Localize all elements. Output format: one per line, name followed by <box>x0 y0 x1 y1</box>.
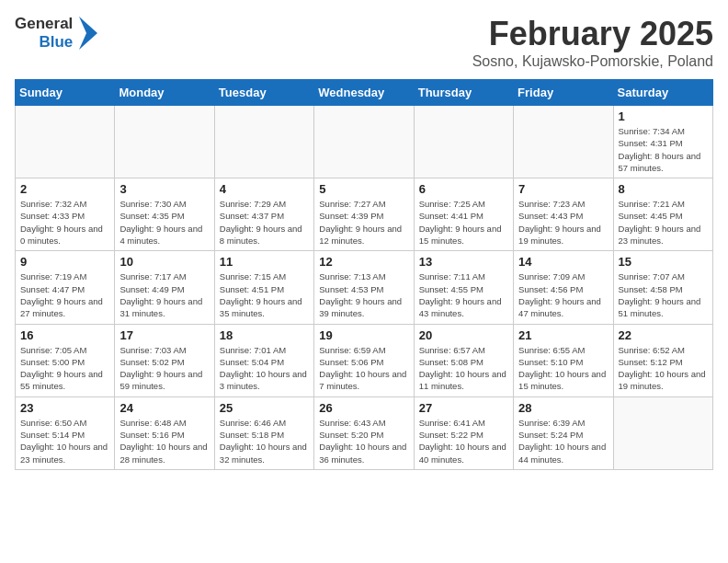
day-number: 6 <box>419 182 508 196</box>
day-info: Sunrise: 6:55 AM Sunset: 5:10 PM Dayligh… <box>518 344 608 393</box>
day-number: 16 <box>20 328 109 342</box>
day-number: 22 <box>619 328 708 342</box>
calendar-cell: 11Sunrise: 7:15 AM Sunset: 4:51 PM Dayli… <box>214 251 313 324</box>
day-info: Sunrise: 6:39 AM Sunset: 5:24 PM Dayligh… <box>518 417 608 465</box>
calendar-cell <box>214 106 313 178</box>
day-number: 3 <box>119 182 209 196</box>
day-number: 12 <box>319 255 408 269</box>
month-title: February 2025 <box>472 15 713 53</box>
day-number: 21 <box>518 328 608 342</box>
day-number: 8 <box>619 182 708 196</box>
header: General Blue February 2025 Sosno, Kujaws… <box>15 15 713 70</box>
day-number: 24 <box>119 401 209 415</box>
day-info: Sunrise: 7:05 AM Sunset: 5:00 PM Dayligh… <box>20 344 109 393</box>
day-info: Sunrise: 6:59 AM Sunset: 5:06 PM Dayligh… <box>319 344 408 393</box>
day-number: 28 <box>518 401 608 415</box>
day-info: Sunrise: 7:17 AM Sunset: 4:49 PM Dayligh… <box>119 270 209 319</box>
calendar-cell: 22Sunrise: 6:52 AM Sunset: 5:12 PM Dayli… <box>613 324 712 396</box>
day-number: 26 <box>319 401 408 415</box>
weekday-header-sunday: Sunday <box>16 80 115 106</box>
calendar-cell <box>115 106 214 178</box>
day-number: 14 <box>518 255 608 269</box>
calendar-cell: 8Sunrise: 7:21 AM Sunset: 4:45 PM Daylig… <box>613 178 712 251</box>
logo-brand: General Blue <box>15 15 97 51</box>
day-info: Sunrise: 7:25 AM Sunset: 4:41 PM Dayligh… <box>419 198 508 247</box>
calendar-cell: 19Sunrise: 6:59 AM Sunset: 5:06 PM Dayli… <box>314 324 414 396</box>
calendar-cell: 17Sunrise: 7:03 AM Sunset: 5:02 PM Dayli… <box>115 324 214 396</box>
day-number: 10 <box>119 255 209 269</box>
weekday-header-wednesday: Wednesday <box>314 80 414 106</box>
day-number: 20 <box>419 328 508 342</box>
weekday-header-saturday: Saturday <box>613 80 712 106</box>
logo-general: General <box>15 15 73 33</box>
day-number: 1 <box>619 109 708 123</box>
day-number: 27 <box>419 401 508 415</box>
day-number: 19 <box>319 328 408 342</box>
calendar-cell: 9Sunrise: 7:19 AM Sunset: 4:47 PM Daylig… <box>16 251 115 324</box>
day-info: Sunrise: 7:01 AM Sunset: 5:04 PM Dayligh… <box>220 344 309 393</box>
calendar-cell: 16Sunrise: 7:05 AM Sunset: 5:00 PM Dayli… <box>16 324 115 396</box>
weekday-header-friday: Friday <box>514 80 613 106</box>
day-info: Sunrise: 7:32 AM Sunset: 4:33 PM Dayligh… <box>20 198 109 247</box>
day-info: Sunrise: 7:19 AM Sunset: 4:47 PM Dayligh… <box>20 270 109 319</box>
day-number: 17 <box>119 328 209 342</box>
day-info: Sunrise: 6:57 AM Sunset: 5:08 PM Dayligh… <box>419 344 508 393</box>
calendar-cell: 3Sunrise: 7:30 AM Sunset: 4:35 PM Daylig… <box>115 178 214 251</box>
calendar-cell: 12Sunrise: 7:13 AM Sunset: 4:53 PM Dayli… <box>314 251 414 324</box>
location-title: Sosno, Kujawsko-Pomorskie, Poland <box>472 53 713 70</box>
day-info: Sunrise: 7:15 AM Sunset: 4:51 PM Dayligh… <box>220 270 309 319</box>
day-number: 25 <box>220 401 309 415</box>
day-number: 18 <box>220 328 309 342</box>
day-number: 23 <box>20 401 109 415</box>
calendar-header-row: SundayMondayTuesdayWednesdayThursdayFrid… <box>16 80 713 106</box>
day-info: Sunrise: 6:48 AM Sunset: 5:16 PM Dayligh… <box>119 417 209 465</box>
calendar-cell: 18Sunrise: 7:01 AM Sunset: 5:04 PM Dayli… <box>214 324 313 396</box>
day-info: Sunrise: 7:07 AM Sunset: 4:58 PM Dayligh… <box>619 270 708 319</box>
calendar-week-row: 2Sunrise: 7:32 AM Sunset: 4:33 PM Daylig… <box>16 178 713 251</box>
calendar-cell: 2Sunrise: 7:32 AM Sunset: 4:33 PM Daylig… <box>16 178 115 251</box>
day-info: Sunrise: 6:50 AM Sunset: 5:14 PM Dayligh… <box>20 417 109 465</box>
calendar-week-row: 1Sunrise: 7:34 AM Sunset: 4:31 PM Daylig… <box>16 106 713 178</box>
day-info: Sunrise: 7:13 AM Sunset: 4:53 PM Dayligh… <box>319 270 408 319</box>
calendar-cell: 21Sunrise: 6:55 AM Sunset: 5:10 PM Dayli… <box>514 324 613 396</box>
day-info: Sunrise: 7:34 AM Sunset: 4:31 PM Dayligh… <box>619 125 708 174</box>
logo: General Blue <box>15 15 103 51</box>
calendar-cell: 26Sunrise: 6:43 AM Sunset: 5:20 PM Dayli… <box>314 396 414 469</box>
calendar-cell: 7Sunrise: 7:23 AM Sunset: 4:43 PM Daylig… <box>514 178 613 251</box>
calendar-cell: 10Sunrise: 7:17 AM Sunset: 4:49 PM Dayli… <box>115 251 214 324</box>
calendar-cell: 5Sunrise: 7:27 AM Sunset: 4:39 PM Daylig… <box>314 178 414 251</box>
logo-blue: Blue <box>39 33 73 52</box>
day-number: 13 <box>419 255 508 269</box>
calendar-cell <box>314 106 414 178</box>
weekday-header-monday: Monday <box>115 80 214 106</box>
calendar-cell: 4Sunrise: 7:29 AM Sunset: 4:37 PM Daylig… <box>214 178 313 251</box>
calendar-cell: 28Sunrise: 6:39 AM Sunset: 5:24 PM Dayli… <box>514 396 613 469</box>
weekday-header-tuesday: Tuesday <box>214 80 313 106</box>
day-number: 7 <box>518 182 608 196</box>
day-info: Sunrise: 7:29 AM Sunset: 4:37 PM Dayligh… <box>220 198 309 247</box>
calendar-cell <box>16 106 115 178</box>
day-info: Sunrise: 6:41 AM Sunset: 5:22 PM Dayligh… <box>419 417 508 465</box>
day-info: Sunrise: 7:09 AM Sunset: 4:56 PM Dayligh… <box>518 270 608 319</box>
calendar-cell: 13Sunrise: 7:11 AM Sunset: 4:55 PM Dayli… <box>414 251 513 324</box>
day-info: Sunrise: 7:11 AM Sunset: 4:55 PM Dayligh… <box>419 270 508 319</box>
calendar-cell: 1Sunrise: 7:34 AM Sunset: 4:31 PM Daylig… <box>613 106 712 178</box>
day-number: 5 <box>319 182 408 196</box>
calendar-cell: 20Sunrise: 6:57 AM Sunset: 5:08 PM Dayli… <box>414 324 513 396</box>
calendar-cell: 15Sunrise: 7:07 AM Sunset: 4:58 PM Dayli… <box>613 251 712 324</box>
day-info: Sunrise: 7:27 AM Sunset: 4:39 PM Dayligh… <box>319 198 408 247</box>
calendar-week-row: 9Sunrise: 7:19 AM Sunset: 4:47 PM Daylig… <box>16 251 713 324</box>
day-info: Sunrise: 6:46 AM Sunset: 5:18 PM Dayligh… <box>220 417 309 465</box>
day-number: 4 <box>220 182 309 196</box>
day-info: Sunrise: 7:03 AM Sunset: 5:02 PM Dayligh… <box>119 344 209 393</box>
day-info: Sunrise: 7:30 AM Sunset: 4:35 PM Dayligh… <box>119 198 209 247</box>
calendar-cell: 25Sunrise: 6:46 AM Sunset: 5:18 PM Dayli… <box>214 396 313 469</box>
day-number: 9 <box>20 255 109 269</box>
calendar-cell <box>514 106 613 178</box>
calendar-week-row: 23Sunrise: 6:50 AM Sunset: 5:14 PM Dayli… <box>16 396 713 469</box>
svg-marker-0 <box>79 17 97 50</box>
day-info: Sunrise: 7:21 AM Sunset: 4:45 PM Dayligh… <box>619 198 708 247</box>
calendar-cell <box>414 106 513 178</box>
day-info: Sunrise: 6:52 AM Sunset: 5:12 PM Dayligh… <box>619 344 708 393</box>
day-info: Sunrise: 6:43 AM Sunset: 5:20 PM Dayligh… <box>319 417 408 465</box>
